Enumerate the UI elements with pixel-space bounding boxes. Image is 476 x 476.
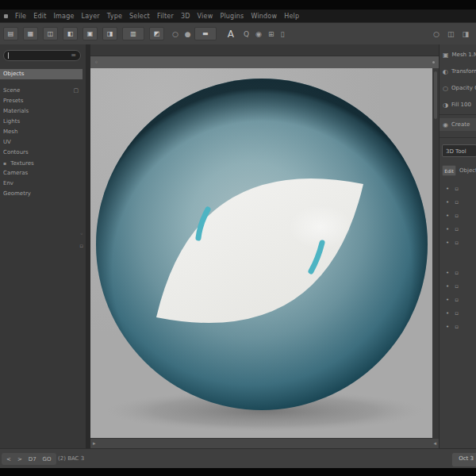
panel-collapse-handle[interactable]: ◦ — [80, 232, 83, 237]
tool-button-3[interactable]: ◫ — [43, 27, 58, 40]
panel-resize-handle[interactable]: ▫ — [79, 244, 83, 249]
sidebar-item-label: Textures — [10, 160, 33, 167]
tool-button-4[interactable]: ◧ — [63, 27, 78, 40]
tool-button-6[interactable]: ◨ — [102, 27, 117, 40]
sidebar-item-presets[interactable]: Presets — [0, 96, 83, 106]
property-row-transform[interactable]: ◐ Transform — [443, 65, 476, 78]
option-row[interactable]: • ▫ — [446, 283, 459, 290]
layout-icon[interactable]: ◨ — [462, 30, 469, 38]
menu-3d[interactable]: 3D — [181, 13, 190, 20]
view-mode-icon[interactable]: ◦ — [94, 59, 98, 66]
menu-edit[interactable]: Edit — [33, 13, 46, 20]
tool-button-1[interactable]: ▤ — [3, 27, 18, 40]
opacity-icon: ○ — [443, 85, 448, 92]
menu-type[interactable]: Type — [107, 13, 122, 20]
sidebar-item-lights[interactable]: Lights — [0, 117, 83, 127]
sidebar-item-label: Contours — [3, 149, 29, 155]
property-row-opacity[interactable]: ○ Opacity Cre — [443, 82, 476, 94]
menu-select[interactable]: Select — [129, 13, 150, 20]
dot-icon[interactable]: ● — [185, 30, 191, 38]
sidebar-item-contours[interactable]: Contours — [0, 148, 83, 158]
document-options-bar: ◦ — [90, 56, 439, 68]
sidebar-item-materials[interactable]: Materials — [0, 106, 83, 117]
bullet-icon: • — [446, 226, 449, 232]
type-tool-icon[interactable]: A — [228, 29, 234, 40]
canvas[interactable] — [90, 68, 432, 438]
property-row-mesh[interactable]: ▣ Mesh 1.M — [443, 48, 476, 61]
mode-button[interactable]: ▬ — [194, 27, 217, 40]
link-icon[interactable]: ○ — [172, 30, 178, 38]
option-row[interactable]: • ▫ — [446, 270, 459, 276]
panel-icon[interactable]: ▯ — [280, 30, 284, 38]
option-row[interactable]: • ▫ — [446, 240, 459, 246]
menu-image[interactable]: Image — [53, 13, 74, 20]
menu-layer[interactable]: Layer — [82, 13, 100, 20]
nav-forward-icon[interactable]: > — [17, 456, 22, 463]
sidebar-item-textures[interactable]: ▪ Textures — [0, 158, 83, 168]
tool-button-2[interactable]: ▦ — [23, 27, 38, 40]
sidebar-item-geometry[interactable]: Geometry — [0, 189, 83, 199]
status-right-button[interactable]: Oct 3 — [451, 452, 476, 467]
menu-window[interactable]: Window — [251, 13, 277, 20]
sidebar-item-env[interactable]: Env — [0, 178, 83, 189]
page-icon[interactable]: ▢ — [73, 86, 79, 96]
sidebar-item-cameras[interactable]: Cameras — [0, 168, 83, 178]
sidebar-item-mesh[interactable]: Mesh — [0, 127, 83, 137]
tool-button-8[interactable]: ◩ — [149, 27, 164, 40]
vertical-scrollbar[interactable] — [432, 68, 439, 438]
search-input[interactable]: ≡ — [3, 50, 81, 61]
workspace-icon[interactable]: ◫ — [447, 30, 455, 38]
tool-button-5[interactable]: ▣ — [83, 27, 98, 40]
option-row[interactable]: • ▫ — [446, 297, 459, 303]
property-label: Opacity Cre — [451, 85, 476, 91]
option-row[interactable]: • ▫ — [446, 186, 459, 192]
zoom-tool-icon[interactable]: Q — [244, 30, 249, 38]
option-glyph-icon: ▫ — [455, 297, 459, 303]
filter-icon[interactable]: ≡ — [71, 52, 76, 59]
option-row[interactable]: • ▫ — [446, 213, 459, 219]
menu-filter[interactable]: Filter — [157, 13, 174, 20]
sidebar-item-label: Materials — [3, 108, 29, 114]
scroll-right-arrow-icon[interactable]: ◂ — [433, 441, 436, 447]
horizontal-scrollbar[interactable]: ▸ ◂ — [90, 438, 439, 448]
target-icon[interactable]: ◉ — [255, 30, 262, 38]
sidebar-selected-header[interactable]: Objects — [0, 69, 83, 79]
option-glyph-icon: ▫ — [455, 283, 459, 290]
sidebar-item-label: Scene — [3, 87, 20, 94]
option-row[interactable]: • ▫ — [446, 226, 459, 232]
edit-button[interactable]: Edit — [442, 165, 456, 176]
vertical-scrollbar-thumb[interactable] — [434, 71, 437, 119]
circle-icon[interactable]: ○ — [433, 30, 440, 38]
tool-mode-field[interactable]: 3D Tool — [442, 144, 476, 157]
property-label: Fill 100 — [451, 102, 471, 108]
grid-icon[interactable]: ⊞ — [268, 30, 274, 38]
menu-help[interactable]: Help — [284, 13, 299, 20]
panel-separator — [440, 137, 476, 138]
doc-mode-icon[interactable]: D7 — [29, 456, 36, 463]
property-row-fill[interactable]: ◑ Fill 100 — [443, 98, 476, 111]
grid-toggle-icon[interactable]: GO — [43, 456, 52, 463]
transform-icon: ◐ — [443, 68, 448, 75]
property-row-create[interactable]: ◉ Create — [440, 118, 476, 131]
menu-file[interactable]: File — [15, 13, 26, 20]
option-row[interactable]: • ▫ — [446, 199, 459, 205]
text-caret — [8, 52, 9, 59]
tool-button-7[interactable]: ▥ — [122, 27, 144, 40]
sidebar-item-uv[interactable]: UV — [0, 137, 83, 148]
nav-back-icon[interactable]: < — [6, 456, 11, 463]
option-glyph-icon: ▫ — [455, 310, 459, 317]
mesh-icon: ▣ — [443, 52, 449, 59]
option-row[interactable]: • ▫ — [446, 324, 459, 330]
option-glyph-icon: ▫ — [455, 240, 459, 246]
option-row[interactable]: • ▫ — [446, 310, 459, 317]
menu-bar: File Edit Image Layer Type Select Filter… — [0, 10, 476, 22]
sidebar-item-label: UV — [3, 139, 11, 145]
sidebar-item-scene[interactable]: Scene ▢ — [0, 86, 83, 96]
sidebar-item-label: Cameras — [3, 170, 28, 176]
option-glyph-icon: ▫ — [455, 270, 459, 276]
menu-view[interactable]: View — [198, 13, 213, 20]
scroll-left-arrow-icon[interactable]: ▸ — [93, 441, 96, 447]
menu-plugins[interactable]: Plugins — [220, 13, 244, 20]
sidebar-item-label: Lights — [3, 118, 20, 125]
object-caption: Object — [459, 167, 476, 174]
